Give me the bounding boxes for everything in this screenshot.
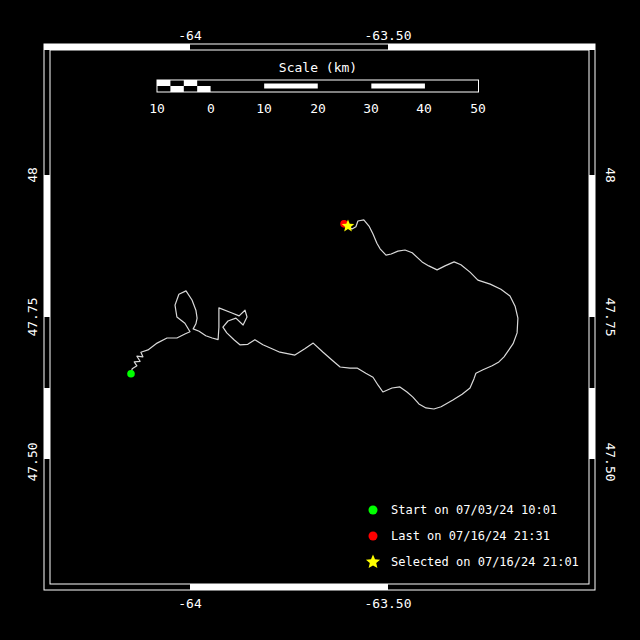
legend-start-icon [369,506,378,515]
scale-bar-labels: 10 0 10 20 30 40 50 [149,101,486,116]
legend-markers [366,506,380,569]
map-plot[interactable]: -64 -63.50 -64 -63.50 48 47.75 47.50 48 … [0,0,640,640]
x-tick-label-bottom-6350: -63.50 [365,596,412,611]
y-tick-label-left-48: 48 [25,167,40,183]
scale-tick-0: 0 [207,101,215,116]
scale-bar [157,80,479,92]
x-tick-label-top-64: -64 [178,28,202,43]
x-tick-label-bottom-64: -64 [178,596,202,611]
y-tick-label-left-4750: 47.50 [25,442,40,481]
track-path[interactable] [131,220,518,409]
trajectory-line[interactable] [131,220,518,409]
scale-tick-m10: 10 [149,101,165,116]
scale-tick-20: 20 [310,101,326,116]
y-tick-label-right-4750: 47.50 [603,442,618,481]
x-tick-label-top-6350: -63.50 [365,28,412,43]
scale-tick-40: 40 [416,101,432,116]
legend-label-start: Start on 07/03/24 10:01 [391,503,557,517]
start-marker[interactable] [127,370,135,378]
legend-label-last: Last on 07/16/24 21:31 [391,529,550,543]
scale-tick-10: 10 [256,101,272,116]
y-tick-label-left-4775: 47.75 [25,297,40,336]
track-markers[interactable] [127,220,354,378]
legend-label-selected: Selected on 07/16/24 21:01 [391,555,579,569]
y-tick-label-right-48: 48 [603,167,618,183]
scale-bar-title: Scale (km) [279,60,357,75]
legend: Start on 07/03/24 10:01 Last on 07/16/24… [391,503,579,569]
scale-tick-30: 30 [363,101,379,116]
scale-tick-50: 50 [470,101,486,116]
legend-last-icon [369,532,378,541]
legend-selected-star-icon [366,555,380,569]
y-tick-label-right-4775: 47.75 [603,297,618,336]
track-map-window: -64 -63.50 -64 -63.50 48 47.75 47.50 48 … [0,0,640,640]
